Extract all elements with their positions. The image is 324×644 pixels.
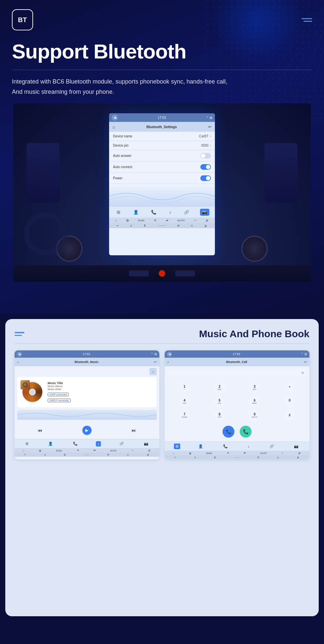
ci-grid-icon[interactable]: ⊞ bbox=[174, 444, 180, 449]
track-album: Music Album bbox=[48, 385, 153, 388]
music-player: Music Title Music Album Music Artist A2D… bbox=[17, 377, 157, 407]
screen-back-btn[interactable]: ◀ bbox=[112, 115, 118, 121]
ci-person-icon[interactable]: 👤 bbox=[197, 444, 205, 449]
hamburger-menu-icon[interactable] bbox=[302, 18, 312, 22]
bottom-divider bbox=[15, 343, 309, 344]
music-topbar-time: 17:53 bbox=[83, 352, 90, 356]
track-artist: Music Artist bbox=[48, 388, 153, 391]
music-add-icon[interactable]: ♪ bbox=[149, 368, 157, 375]
panel-hazard bbox=[159, 270, 165, 277]
music-nav-home[interactable]: ⌂ bbox=[17, 360, 19, 364]
ci-phone-icon[interactable]: 📞 bbox=[222, 444, 229, 449]
screen-eq-row: ↩ 0 🎚 ──── ⚙ 0 🔈 bbox=[109, 223, 215, 228]
music-info: Music Title Music Album Music Artist A2D… bbox=[48, 381, 153, 403]
music-screen-body: ♪ Music Title Music Album bbox=[15, 366, 159, 439]
album-cover-art bbox=[20, 380, 30, 389]
mi-phone-icon[interactable]: 📞 bbox=[71, 441, 79, 447]
call-nav-back[interactable]: ↩ bbox=[304, 360, 307, 364]
call-topbar-back[interactable]: ◀ bbox=[167, 352, 172, 357]
dial-2[interactable]: 2ABC bbox=[214, 381, 225, 393]
dial-8[interactable]: 8TUV bbox=[214, 409, 225, 421]
power-toggle[interactable] bbox=[200, 175, 211, 181]
dial-4[interactable]: 4GHI bbox=[179, 395, 190, 407]
phone-icon[interactable]: 📞 bbox=[149, 209, 158, 216]
auto-answer-row: Auto answer bbox=[109, 150, 215, 161]
call-icon-bar: ⊞ 👤 📞 ♪ 🔗 📷 bbox=[165, 442, 309, 451]
bottom-section: Music And Phone Book ◀ 17:53 ⌃ ⊞ ⌂ Bluet… bbox=[5, 319, 319, 616]
dial-9[interactable]: 9WXYZ bbox=[249, 409, 261, 421]
screen-home-icon[interactable]: ⌂ bbox=[112, 125, 115, 129]
next-btn[interactable]: ⏭ bbox=[132, 428, 136, 433]
music-icon[interactable]: ♪ bbox=[167, 209, 173, 216]
music-nav-back[interactable]: ↩ bbox=[154, 360, 157, 364]
panel-button2 bbox=[175, 270, 195, 276]
call-clear-icon[interactable]: ✕ bbox=[301, 371, 304, 375]
bottom-section-header: Music And Phone Book bbox=[15, 328, 309, 340]
call-screen-body: ✕ 1— 2ABC 3DEF * 4GHI 5JKL 6MNO 0· 7PQRS bbox=[165, 369, 309, 442]
music-topbar: ◀ 17:53 ⌃ ⊞ bbox=[15, 350, 159, 358]
music-nav: ⌂ Bluetooth_Music ↩ bbox=[15, 358, 159, 366]
auto-answer-label: Auto answer bbox=[113, 154, 132, 158]
dial-1[interactable]: 1— bbox=[179, 381, 190, 393]
dial-star[interactable]: * bbox=[284, 381, 296, 393]
call-answer-btn[interactable]: 📞 bbox=[240, 426, 252, 438]
header-bar: BT bbox=[0, 0, 324, 30]
call-dial-btn[interactable]: 📞 bbox=[223, 426, 234, 438]
bottom-menu-icon[interactable] bbox=[15, 332, 24, 336]
ci-link-icon[interactable]: 🔗 bbox=[268, 444, 276, 449]
album-disc-center bbox=[29, 389, 36, 395]
bottom-section-title: Music And Phone Book bbox=[199, 328, 309, 340]
camera-icon[interactable]: 📷 bbox=[200, 209, 209, 216]
car-bottom-panel bbox=[13, 265, 311, 282]
screen-nav-title: Bluetooth_Settings bbox=[146, 125, 177, 129]
screen-topbar: ◀ 17:53 ⌃ ⊞ bbox=[109, 113, 215, 122]
power-row: Power bbox=[109, 173, 215, 184]
music-topbar-back[interactable]: ◀ bbox=[17, 352, 22, 357]
link-icon[interactable]: 🔗 bbox=[182, 209, 191, 216]
dial-5[interactable]: 5JKL bbox=[214, 395, 225, 407]
call-nav-home[interactable]: ⌂ bbox=[167, 360, 169, 364]
dial-hash[interactable]: # bbox=[284, 409, 296, 421]
right-knob bbox=[241, 235, 268, 262]
call-topbar-icons: ⌃ ⊞ bbox=[301, 352, 307, 356]
album-art-outer bbox=[20, 380, 44, 404]
call-topbar: ◀ 17:53 ⌃ ⊞ bbox=[165, 350, 309, 358]
screen-icon-bar: ⊞ 👤 📞 ♪ 🔗 📷 bbox=[109, 206, 215, 218]
mi-grid-icon[interactable]: ⊞ bbox=[24, 441, 30, 447]
prev-btn[interactable]: ⏮ bbox=[38, 428, 42, 433]
music-bottom-bar: ⌂ ⏻ DUAL ❄ ⇄ AUTO ⤻ 🔊 bbox=[15, 448, 159, 453]
car-screen-area: ◀ 17:53 ⌃ ⊞ ⌂ Bluetooth_Settings ↩ Devic… bbox=[0, 103, 324, 282]
avrcp-badge: AVRCP connected bbox=[48, 399, 71, 402]
person-icon[interactable]: 👤 bbox=[131, 209, 141, 216]
vent-right bbox=[264, 143, 298, 202]
auto-connect-toggle[interactable] bbox=[200, 164, 211, 170]
auto-connect-row: Auto connect bbox=[109, 161, 215, 173]
ci-cam-icon[interactable]: 📷 bbox=[292, 444, 300, 449]
hero-divider bbox=[12, 70, 312, 70]
hero-title: Support Bluetooth bbox=[0, 30, 324, 63]
music-add-btn-row: ♪ bbox=[15, 366, 159, 377]
call-eq-row: ↩ 0 🎚 ─── ⚙ 0 🔈 bbox=[165, 455, 309, 459]
call-screen-card: ◀ 17:53 ⌃ ⊞ ⌂ Bluetooth_Call ↩ ✕ 1— bbox=[165, 350, 309, 459]
music-topbar-icons: ⌃ ⊞ bbox=[151, 352, 157, 356]
call-number-input: ✕ bbox=[167, 369, 307, 377]
dial-3[interactable]: 3DEF bbox=[249, 381, 261, 393]
mi-cam-icon[interactable]: 📷 bbox=[142, 441, 150, 447]
ci-music-icon[interactable]: ♪ bbox=[246, 444, 251, 449]
screen-bottom-bar: ⌂ ⏻ DUAL ❄ ⇄ AUTO ⤻ 🔊 bbox=[109, 218, 215, 223]
bt-logo: BT bbox=[12, 9, 33, 30]
mi-person-icon[interactable]: 👤 bbox=[47, 441, 55, 447]
dial-7[interactable]: 7PQRS bbox=[179, 409, 190, 421]
grid-icon[interactable]: ⊞ bbox=[115, 209, 122, 216]
mi-link-icon[interactable]: 🔗 bbox=[118, 441, 126, 447]
dial-0[interactable]: 0· bbox=[284, 395, 296, 407]
dial-6[interactable]: 6MNO bbox=[249, 395, 261, 407]
music-icon-bar: ⊞ 👤 📞 ♪ 🔗 📷 bbox=[15, 439, 159, 448]
call-topbar-time: 17:53 bbox=[233, 352, 240, 356]
auto-answer-toggle[interactable] bbox=[200, 153, 211, 159]
mi-music-icon[interactable]: ♪ bbox=[96, 441, 101, 447]
screen-nav-back-icon[interactable]: ↩ bbox=[208, 125, 212, 129]
car-mockup: ◀ 17:53 ⌃ ⊞ ⌂ Bluetooth_Settings ↩ Devic… bbox=[13, 103, 311, 282]
call-action-buttons: 📞 📞 bbox=[165, 423, 309, 440]
play-btn[interactable]: ▶ bbox=[82, 426, 92, 435]
